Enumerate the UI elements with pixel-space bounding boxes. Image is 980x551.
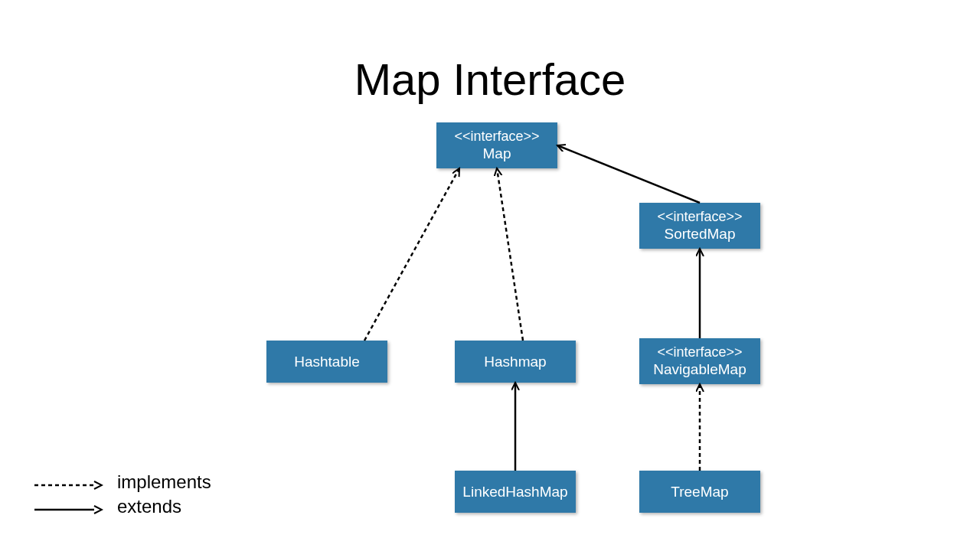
node-label: TreeMap [671, 483, 728, 501]
stereotype-label: <<interface>> [657, 208, 742, 226]
node-map: <<interface>> Map [436, 122, 557, 168]
legend-label: implements [117, 471, 211, 493]
node-label: Hashtable [294, 353, 360, 371]
node-label: LinkedHashMap [462, 483, 567, 501]
node-linkedhashmap: LinkedHashMap [455, 471, 576, 513]
legend-row-implements: implements [34, 471, 211, 493]
stereotype-label: <<interface>> [454, 128, 539, 145]
node-hashtable: Hashtable [266, 341, 387, 383]
diagram-title: Map Interface [0, 54, 980, 105]
edge-sortedmap-to-map [557, 145, 700, 203]
legend-row-extends: extends [34, 496, 211, 517]
edge-hashtable-to-map [364, 168, 459, 341]
node-label: NavigableMap [653, 360, 746, 379]
node-label: SortedMap [665, 225, 736, 243]
node-hashmap: Hashmap [455, 341, 576, 383]
node-navigablemap: <<interface>> NavigableMap [639, 338, 760, 384]
legend: implements extends [34, 468, 211, 520]
legend-line-solid-icon [34, 500, 103, 514]
edge-hashmap-to-map [497, 168, 523, 341]
node-treemap: TreeMap [639, 471, 760, 513]
legend-line-dashed-icon [34, 475, 103, 489]
node-sortedmap: <<interface>> SortedMap [639, 203, 760, 249]
node-label: Map [483, 145, 511, 163]
node-label: Hashmap [484, 353, 546, 371]
stereotype-label: <<interface>> [657, 344, 742, 361]
legend-label: extends [117, 496, 181, 517]
